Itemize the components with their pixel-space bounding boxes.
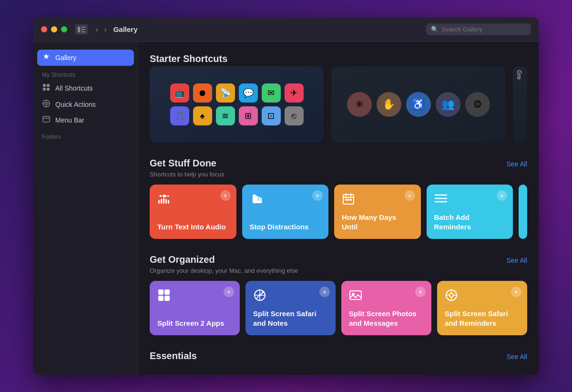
app-icon-wifi: 📡 (216, 83, 235, 103)
card-split-photos-messages[interactable]: + Split Screen Photos and Messages (341, 281, 431, 335)
app-icon-stop: ⏺ (193, 83, 212, 103)
app-icon-chat: 💬 (239, 83, 258, 103)
card-label-photos-messages: Split Screen Photos and Messages (349, 309, 424, 328)
svg-rect-32 (347, 199, 349, 201)
partial-cyan-card (519, 185, 527, 239)
app-icon-photos: ⊞ (239, 106, 258, 125)
get-organized-see-all[interactable]: See All (506, 257, 527, 264)
svg-rect-18 (163, 198, 164, 204)
card-label-how-many-days: How Many Days Until (342, 213, 413, 231)
starter-header: Starter Shortcuts (150, 53, 527, 64)
svg-rect-26 (253, 199, 254, 203)
all-shortcuts-icon (42, 83, 51, 93)
sidebar-item-quick-actions[interactable]: Quick Actions (37, 96, 134, 113)
window-title: Gallery (113, 25, 138, 33)
card-split-safari-reminders[interactable]: + Split Screen Safari and Remi (437, 281, 527, 335)
app-icon-layers: ♠ (193, 106, 212, 125)
card-icon-stop-distractions (250, 192, 321, 209)
svg-point-44 (262, 291, 264, 293)
app-icon-mail: ✉ (262, 83, 281, 103)
get-stuff-done-header: Get Stuff Done See All (150, 158, 527, 169)
card-plus-split-2[interactable]: + (224, 287, 234, 297)
sidebar-item-gallery[interactable]: Gallery (37, 50, 134, 66)
get-stuff-done-cards: + (150, 185, 527, 239)
card-icon-split-2 (157, 289, 232, 305)
get-stuff-done-title: Get Stuff Done (150, 158, 216, 169)
app-icon-tv: 📺 (170, 83, 189, 103)
card-plus-reminders[interactable]: + (497, 190, 507, 201)
card-plus-safari-notes[interactable]: + (319, 287, 330, 297)
accessibility-card[interactable]: ✳ ✋ ♿ 👥 ⚙ (331, 66, 505, 143)
svg-rect-25 (254, 201, 262, 203)
svg-rect-40 (164, 296, 170, 301)
svg-rect-6 (43, 88, 46, 91)
sidebar-toggle[interactable] (75, 24, 88, 35)
svg-rect-5 (47, 84, 50, 87)
app-icon-music: 🎵 (170, 106, 189, 125)
svg-rect-17 (161, 199, 162, 204)
acc-icon-settings: ⚙ (465, 92, 490, 117)
partial-title: Gre (513, 66, 525, 83)
card-how-many-days[interactable]: + How Many Da (334, 185, 421, 239)
card-batch-reminders[interactable]: + Batch Add Reminders (427, 185, 513, 239)
card-label-safari-notes: Split Screen Safari and Notes (253, 309, 328, 328)
svg-rect-33 (350, 199, 352, 201)
starter-icons-grid: 📺 ⏺ 📡 💬 ✉ ✈ 🎵 ♠ ≋ ⊞ (159, 83, 314, 125)
app-icon-maps: ✈ (285, 83, 304, 103)
all-shortcuts-label: All Shortcuts (55, 84, 93, 92)
back-button[interactable]: ‹ (94, 24, 100, 35)
svg-rect-31 (345, 199, 347, 201)
main-content: Starter Shortcuts 📺 ⏺ 📡 💬 ✉ ✈ (138, 42, 539, 375)
nav-arrows: ‹ › (94, 24, 109, 35)
card-icon-days (342, 192, 413, 209)
get-stuff-done-subtitle: Shortcuts to help you focus (150, 171, 527, 178)
sidebar-item-menu-bar[interactable]: Menu Bar (37, 113, 134, 128)
svg-rect-1 (81, 27, 85, 28)
get-organized-cards: + Split Screen 2 Apps (150, 281, 527, 335)
svg-rect-14 (43, 116, 50, 122)
svg-rect-0 (78, 27, 80, 32)
get-organized-subtitle: Organize your desktop, your Mac, and eve… (150, 267, 527, 274)
svg-rect-20 (168, 200, 169, 204)
menu-bar-label: Menu Bar (55, 116, 84, 124)
svg-point-48 (449, 293, 453, 297)
svg-rect-4 (43, 84, 46, 87)
card-plus-days[interactable]: + (405, 190, 415, 201)
accessibility-icons: ✳ ✋ ♿ 👥 ⚙ (347, 92, 490, 117)
card-plus-photos-messages[interactable]: + (415, 287, 426, 297)
search-input[interactable] (441, 26, 526, 33)
acc-icon-hand: ✋ (377, 92, 401, 117)
sidebar-toggle-button[interactable] (75, 24, 88, 35)
card-plus-text-audio[interactable]: + (220, 190, 231, 201)
card-plus-stop-distractions[interactable]: + (312, 190, 323, 201)
get-stuff-done-section: Get Stuff Done See All Shortcuts to help… (150, 158, 527, 239)
close-button[interactable] (41, 26, 47, 32)
get-stuff-done-see-all[interactable]: See All (506, 160, 527, 168)
app-icon-wave: ≋ (216, 106, 235, 125)
svg-rect-3 (81, 31, 85, 32)
essentials-see-all[interactable]: See All (506, 353, 527, 361)
card-plus-safari-reminders[interactable]: + (511, 287, 521, 297)
sidebar-item-gallery-label: Gallery (55, 54, 76, 62)
starter-cards-row: 📺 ⏺ 📡 💬 ✉ ✈ 🎵 ♠ ≋ ⊞ (150, 66, 527, 143)
maximize-button[interactable] (61, 26, 67, 32)
acc-icon-asterisk: ✳ (347, 92, 372, 117)
get-organized-title: Get Organized (150, 254, 215, 265)
card-split-2-apps[interactable]: + Split Screen 2 Apps (150, 281, 240, 335)
card-stop-distractions[interactable]: + (242, 185, 329, 239)
icons-row-2: 🎵 ♠ ≋ ⊞ ⊡ ⎋ (170, 106, 304, 125)
minimize-button[interactable] (51, 26, 57, 32)
essentials-section: Essentials See All (150, 351, 527, 361)
icons-row-1: 📺 ⏺ 📡 💬 ✉ ✈ (170, 83, 304, 103)
sidebar: Gallery My Shortcuts All Shortcuts (33, 42, 138, 375)
forward-button[interactable]: › (102, 24, 108, 35)
svg-rect-19 (165, 199, 167, 204)
card-icon-photos-messages (349, 289, 424, 305)
search-bar[interactable]: 🔍 (426, 23, 531, 35)
card-turn-text-audio[interactable]: + (150, 185, 236, 239)
card-split-safari-notes[interactable]: + Split Screen Safari and Notes (245, 281, 336, 335)
starter-shortcuts-card[interactable]: 📺 ⏺ 📡 💬 ✉ ✈ 🎵 ♠ ≋ ⊞ (150, 66, 324, 143)
get-organized-section: Get Organized See All Organize your desk… (150, 254, 527, 335)
content-area: Gallery My Shortcuts All Shortcuts (33, 42, 539, 375)
sidebar-item-all-shortcuts[interactable]: All Shortcuts (37, 80, 134, 96)
